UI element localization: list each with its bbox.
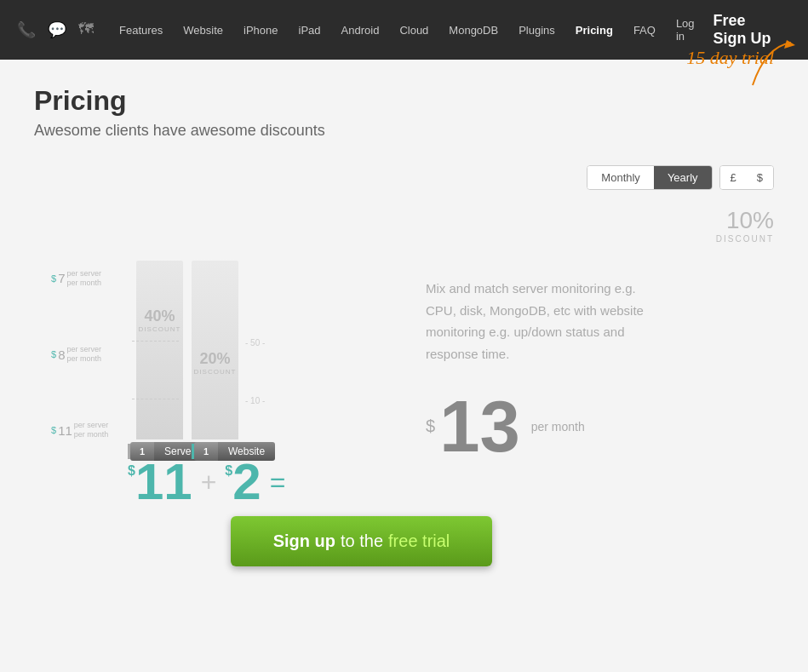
mix-match-description: Mix and match server monitoring e.g. CPU… bbox=[426, 278, 664, 365]
dashed-label-10: - 10 - bbox=[245, 396, 265, 405]
dashed-label-50: - 50 - bbox=[245, 338, 265, 347]
chart-section: $ 7 per serverper month $ 8 per serverpe… bbox=[34, 252, 409, 508]
signup-trial-button[interactable]: Sign up to the free trial bbox=[231, 516, 493, 566]
free-trial-label: free trial bbox=[388, 531, 450, 551]
page-title: Pricing bbox=[34, 85, 774, 117]
usd-currency-btn[interactable]: $ bbox=[747, 166, 773, 189]
bar-server-1 bbox=[136, 261, 183, 439]
free-signup-button[interactable]: Free Sign Up bbox=[703, 5, 791, 55]
price-label-7: $ 7 per serverper month bbox=[51, 269, 108, 288]
nav-faq[interactable]: FAQ bbox=[625, 19, 664, 42]
plus-operator: + bbox=[201, 467, 217, 498]
dollar-sign-8: $ bbox=[51, 349, 56, 359]
phone-icon: 📞 bbox=[17, 20, 36, 39]
equals-operator: = bbox=[270, 467, 286, 498]
price-perserver-8: per serverper month bbox=[66, 345, 101, 364]
controls-row: Monthly Yearly £ $ bbox=[34, 165, 774, 190]
nav-android[interactable]: Android bbox=[333, 19, 388, 42]
dashed-line-10 bbox=[132, 399, 179, 399]
server-price-display: $ 11 bbox=[128, 457, 192, 508]
price-value-8: 8 bbox=[58, 347, 65, 362]
discount-20: 20% DISCOUNT bbox=[192, 350, 238, 376]
total-price-value: 13 bbox=[439, 390, 520, 462]
price-totals-row: $ 11 + $ 2 = bbox=[119, 457, 285, 508]
nav-icon-group: 📞 💬 🗺 bbox=[17, 20, 94, 39]
dollar-sign-7: $ bbox=[51, 273, 56, 284]
dashed-line-50 bbox=[132, 341, 179, 342]
chat-icon: 💬 bbox=[48, 20, 66, 39]
nav-mongodb[interactable]: MongoDB bbox=[440, 19, 507, 42]
right-section: Mix and match server monitoring e.g. CPU… bbox=[426, 252, 774, 462]
yearly-toggle-btn[interactable]: Yearly bbox=[654, 166, 712, 189]
discount-40-pct: 40% bbox=[136, 307, 183, 325]
server-dollar-sign: $ bbox=[128, 463, 135, 479]
map-icon: 🗺 bbox=[78, 20, 94, 39]
price-perserver-7: per serverper month bbox=[66, 269, 101, 288]
total-dollar-sign: $ bbox=[426, 416, 435, 436]
to-the-label: to the bbox=[341, 531, 383, 551]
price-value-11: 11 bbox=[58, 423, 72, 438]
cta-section: Sign up to the free trial bbox=[0, 516, 774, 566]
price-perserver-11: per serverper month bbox=[74, 421, 109, 439]
signup-label: Sign up bbox=[273, 531, 335, 551]
total-price-display: $ 13 per month bbox=[426, 390, 774, 462]
billing-toggle: Monthly Yearly bbox=[587, 165, 712, 190]
discount-area: 10% DISCOUNT bbox=[34, 207, 774, 244]
dollar-sign-11: $ bbox=[51, 425, 56, 435]
discount-40-label: DISCOUNT bbox=[136, 325, 183, 333]
price-axis: $ 7 per serverper month $ 8 per serverpe… bbox=[51, 269, 108, 439]
discount-20-pct: 20% bbox=[192, 350, 238, 368]
nav-cloud[interactable]: Cloud bbox=[391, 19, 437, 42]
website-dollar-sign: $ bbox=[225, 463, 232, 479]
main-content: Pricing Awesome clients have awesome dis… bbox=[0, 60, 808, 672]
discount-40: 40% DISCOUNT bbox=[136, 307, 183, 333]
nav-iphone[interactable]: iPhone bbox=[235, 19, 286, 42]
nav-plugins[interactable]: Plugins bbox=[510, 19, 564, 42]
discount-20-label: DISCOUNT bbox=[192, 368, 238, 376]
nav-links: Features Website iPhone iPad Android Clo… bbox=[111, 12, 703, 48]
price-label-11: $ 11 per serverper month bbox=[51, 421, 108, 439]
pricing-section: $ 7 per serverper month $ 8 per serverpe… bbox=[34, 252, 774, 508]
nav-login[interactable]: Log in bbox=[668, 12, 703, 48]
website-price-display: $ 2 bbox=[225, 457, 261, 508]
nav-website[interactable]: Website bbox=[175, 19, 232, 42]
discount-percentage: 10% bbox=[726, 207, 774, 233]
nav-pricing[interactable]: Pricing bbox=[567, 19, 622, 42]
price-label-8: $ 8 per serverper month bbox=[51, 345, 108, 364]
nav-features[interactable]: Features bbox=[111, 19, 171, 42]
server-price-value: 11 bbox=[135, 457, 192, 508]
monthly-toggle-btn[interactable]: Monthly bbox=[587, 166, 654, 189]
discount-label: DISCOUNT bbox=[34, 234, 774, 244]
price-value-7: 7 bbox=[58, 271, 65, 285]
per-month-label: per month bbox=[531, 420, 585, 434]
navbar: 📞 💬 🗺 Features Website iPhone iPad Andro… bbox=[0, 0, 808, 60]
gbp-currency-btn[interactable]: £ bbox=[720, 166, 747, 189]
website-price-value: 2 bbox=[232, 457, 261, 508]
page-subtitle: Awesome clients have awesome discounts bbox=[34, 122, 774, 140]
nav-ipad[interactable]: iPad bbox=[290, 19, 330, 42]
currency-toggle: £ $ bbox=[719, 165, 774, 190]
